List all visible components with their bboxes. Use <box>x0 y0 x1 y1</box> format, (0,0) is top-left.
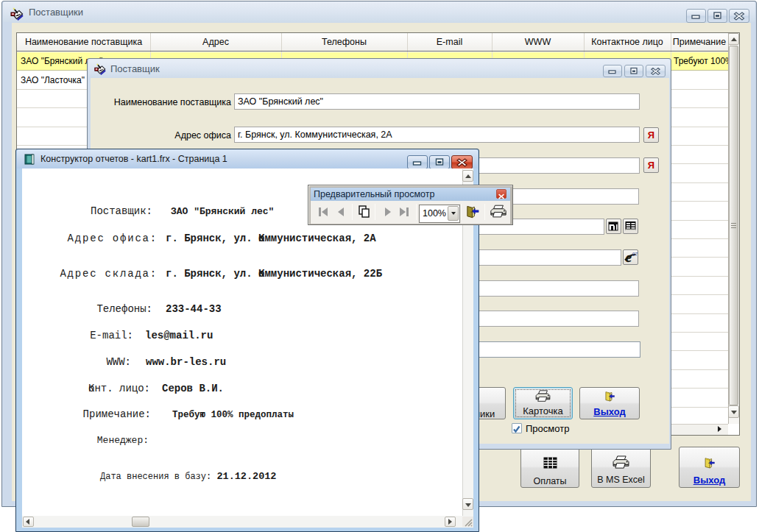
svg-text:97: 97 <box>632 252 638 257</box>
